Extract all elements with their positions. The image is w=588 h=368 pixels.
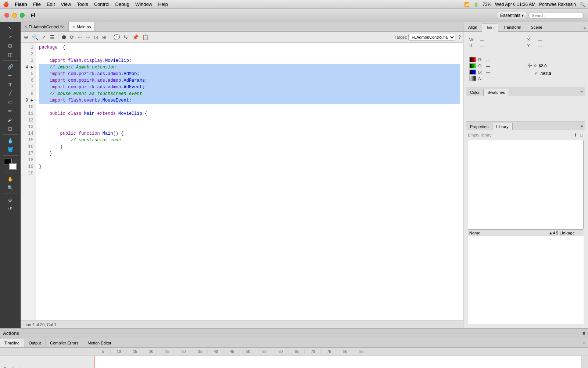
global-search-input[interactable] bbox=[528, 12, 584, 19]
tab-info[interactable]: Info bbox=[482, 24, 498, 32]
hand-tool[interactable]: ✋ bbox=[6, 175, 14, 183]
tab-timeline[interactable]: Timeline bbox=[0, 339, 24, 347]
auto-complete-btn[interactable]: ⟳ bbox=[69, 33, 75, 41]
stroke-fill-colors[interactable] bbox=[4, 159, 17, 170]
w-value: — bbox=[480, 38, 484, 42]
essentials-button[interactable]: Essentials ▾ bbox=[497, 12, 527, 19]
code-content[interactable]: package { import flash.display.MovieClip… bbox=[36, 43, 463, 320]
lock-icon[interactable]: 🔒 bbox=[10, 366, 16, 368]
back-btn[interactable]: ⇦ bbox=[77, 33, 83, 41]
ln-3: 3 bbox=[21, 57, 33, 64]
subselection-tool[interactable]: ↗ bbox=[6, 33, 14, 41]
target-select[interactable]: FLAdmobControl.fla bbox=[408, 34, 455, 40]
tab-align[interactable]: Align bbox=[463, 23, 482, 31]
snap-tool[interactable]: ⊕ bbox=[6, 196, 14, 204]
lasso-tool[interactable]: 🔗 bbox=[6, 63, 14, 71]
tab-library[interactable]: Library bbox=[492, 123, 513, 130]
close-window-button[interactable] bbox=[4, 13, 9, 18]
debug-options-btn[interactable]: ⬟ bbox=[61, 33, 67, 41]
apple-menu[interactable]: 🍎 bbox=[3, 1, 9, 7]
tab-swatches[interactable]: Swatches bbox=[483, 89, 509, 96]
help-button[interactable]: ? bbox=[458, 35, 461, 40]
auto-format-btn[interactable]: ☰ bbox=[49, 33, 56, 41]
code-line-3: import flash.display.MovieClip; bbox=[39, 57, 460, 64]
gradient-tool[interactable]: ◫ bbox=[6, 50, 14, 59]
free-transform-tool[interactable]: ⊞ bbox=[6, 42, 14, 50]
selection-tool[interactable]: ↖ bbox=[6, 24, 14, 32]
line-tool[interactable]: ╱ bbox=[6, 89, 14, 97]
menu-window[interactable]: Window bbox=[135, 1, 152, 7]
tab-fla[interactable]: ✕ FLAdmobControl.fla bbox=[21, 22, 69, 31]
rect-tool[interactable]: ▭ bbox=[6, 98, 14, 106]
pencil-tool[interactable]: ✏ bbox=[6, 107, 14, 115]
main-layout: ↖ ↗ ⊞ ◫ 🔗 ✒ T ╱ ▭ ✏ 🖌 ◻ 💧 🪣 ✋ 🔍 ⊕ ↺ ✕ bbox=[0, 22, 588, 328]
lib-panel-collapse[interactable]: ≡ bbox=[578, 123, 585, 130]
check-syntax-btn[interactable]: ✓ bbox=[41, 33, 47, 41]
menu-tools[interactable]: Tools bbox=[77, 1, 88, 7]
visibility-icon[interactable]: 👁 bbox=[3, 366, 7, 368]
lib-table-header: Name ▲ AS Linkage bbox=[468, 230, 584, 236]
find-btn[interactable]: 🔍 bbox=[31, 33, 39, 41]
lib-action-btns: ⬆ □ bbox=[573, 132, 584, 138]
collapse-btn[interactable]: ⊡ bbox=[93, 33, 100, 41]
tab-transform[interactable]: Transform bbox=[498, 23, 526, 31]
mark-1: 5 bbox=[94, 350, 110, 354]
timeline-panel-collapse[interactable]: ≡ bbox=[580, 340, 588, 346]
pen-tool[interactable]: ✒ bbox=[6, 71, 14, 79]
menu-flash[interactable]: Flash bbox=[15, 1, 27, 7]
uncomment-btn[interactable]: 🗨 bbox=[122, 33, 130, 41]
add-script-btn[interactable]: ⊕ bbox=[23, 33, 29, 41]
close-fla-tab[interactable]: ✕ bbox=[24, 25, 27, 29]
tab-properties[interactable]: Properties bbox=[466, 123, 492, 130]
mark-16: 80 bbox=[337, 350, 353, 354]
menu-edit[interactable]: Edit bbox=[47, 1, 55, 7]
brush-tool[interactable]: 🖌 bbox=[6, 116, 14, 124]
expand-btn[interactable]: ⊞ bbox=[101, 33, 108, 41]
tab-main-as[interactable]: ✕ Main.as bbox=[69, 22, 95, 31]
timeline-scrollbar[interactable] bbox=[581, 356, 588, 368]
menu-file[interactable]: File bbox=[33, 1, 41, 7]
timeline-frames[interactable] bbox=[94, 356, 581, 368]
tab-compiler-errors[interactable]: Compiler Errors bbox=[46, 339, 83, 347]
search-icon[interactable]: 🔍 bbox=[580, 2, 585, 7]
lib-options-btn[interactable]: □ bbox=[580, 132, 584, 138]
clock-time: Wed Apr 6 11:36 AM bbox=[495, 2, 535, 7]
app-title: Fl bbox=[31, 12, 35, 18]
actions-collapse-btn[interactable]: ≡ bbox=[582, 331, 585, 336]
tab-motion-editor[interactable]: Motion Editor bbox=[83, 339, 116, 347]
outline-icon[interactable]: □ bbox=[19, 366, 21, 368]
info-a-row: A: — bbox=[469, 76, 524, 81]
color-panel-collapse[interactable]: ≡ bbox=[578, 89, 585, 96]
ln-9: 9 ▶ bbox=[21, 97, 33, 104]
playhead[interactable] bbox=[94, 356, 94, 368]
forward-btn[interactable]: ⇨ bbox=[85, 33, 92, 41]
menu-view[interactable]: View bbox=[61, 1, 71, 7]
tab-output[interactable]: Output bbox=[24, 339, 46, 347]
maximize-window-button[interactable] bbox=[20, 13, 25, 18]
library-search-input[interactable] bbox=[468, 140, 584, 230]
menu-debug[interactable]: Debug bbox=[115, 1, 129, 7]
close-as-tab[interactable]: ✕ bbox=[72, 25, 75, 29]
script-assist-btn[interactable]: 📋 bbox=[141, 33, 150, 41]
info-rgba-left: R: — G: — B: — A: bbox=[469, 57, 524, 81]
ln-10: 10 bbox=[21, 104, 33, 110]
right-panel-collapse[interactable]: ≡ bbox=[581, 24, 588, 31]
right-panel-tabs: Align Info Transform Scene ≡ bbox=[463, 22, 588, 32]
mark-11: 55 bbox=[256, 350, 272, 354]
tab-scene[interactable]: Scene bbox=[526, 23, 547, 31]
comment-btn[interactable]: 💬 bbox=[112, 33, 121, 41]
paint-bucket-tool[interactable]: 🪣 bbox=[6, 145, 14, 153]
menu-control[interactable]: Control bbox=[94, 1, 110, 7]
code-line-20 bbox=[39, 170, 460, 177]
eraser-tool[interactable]: ◻ bbox=[6, 124, 14, 132]
status-bar: Line 4 of 20, Col 1 bbox=[21, 320, 463, 328]
rotate-tool[interactable]: ↺ bbox=[6, 205, 14, 213]
lib-sort-btn[interactable]: ⬆ bbox=[573, 132, 578, 138]
zoom-tool[interactable]: 🔍 bbox=[6, 184, 14, 192]
tab-color[interactable]: Color bbox=[466, 89, 483, 96]
eyedropper-tool[interactable]: 💧 bbox=[6, 137, 14, 145]
menu-help[interactable]: Help bbox=[158, 1, 168, 7]
text-tool[interactable]: T bbox=[6, 80, 14, 88]
indent-btn[interactable]: 📌 bbox=[131, 33, 140, 41]
minimize-window-button[interactable] bbox=[12, 13, 17, 18]
